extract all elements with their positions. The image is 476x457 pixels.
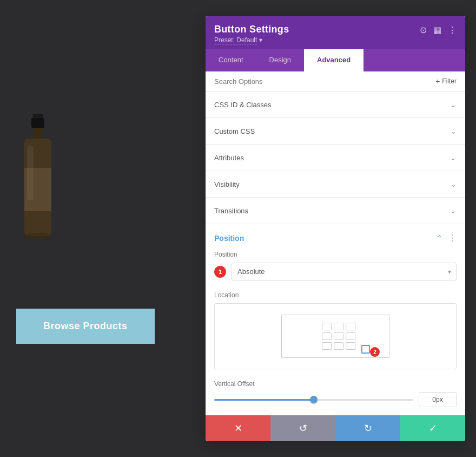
position-field-label: Position (214, 251, 457, 258)
accordion-visibility-header[interactable]: Visibility ⌄ (206, 171, 465, 197)
loc-cell-mc[interactable] (334, 332, 343, 340)
panel-title-group: Button Settings Preset: Default ▾ (214, 24, 289, 44)
position-section-header[interactable]: Position ⌃ ⋮ (206, 224, 465, 251)
loc-cell-bl[interactable] (322, 342, 332, 350)
accordion-attributes-label: Attributes (214, 154, 244, 162)
tab-content[interactable]: Content (206, 49, 256, 71)
panel-search: + Filter (206, 71, 465, 92)
settings-panel: Button Settings Preset: Default ▾ ⊙ ▦ ⋮ … (206, 16, 465, 441)
position-section-label: Position (214, 234, 244, 243)
filter-plus-icon: + (435, 77, 440, 86)
more-options-icon[interactable]: ⋮ (448, 233, 457, 243)
accordion-custom-css: Custom CSS ⌄ (206, 118, 465, 145)
step-badge-1: 1 (214, 266, 226, 278)
position-select[interactable]: Absolute Default Fixed Relative (232, 263, 457, 280)
panel-preset: Preset: Default ▾ (214, 36, 289, 44)
location-picker[interactable]: 2 (214, 303, 457, 369)
panel-header-icons: ⊙ ▦ ⋮ (420, 25, 457, 35)
accordion-attributes-header[interactable]: Attributes ⌄ (206, 145, 465, 171)
undo-button[interactable]: ↺ (270, 415, 335, 441)
filter-label: Filter (442, 77, 457, 85)
panel-body[interactable]: CSS ID & Classes ⌄ Custom CSS ⌄ Attribut… (206, 92, 465, 415)
svg-rect-2 (34, 128, 42, 139)
step-badge-2: 2 (370, 347, 380, 357)
panel-title: Button Settings (214, 24, 289, 35)
position-header-controls: ⌃ ⋮ (437, 233, 457, 243)
accordion-css-id-header[interactable]: CSS ID & Classes ⌄ (206, 92, 465, 117)
loc-cell-ml[interactable] (322, 332, 332, 340)
chevron-up-icon: ⌃ (437, 234, 442, 242)
save-button[interactable]: ✓ (400, 415, 465, 441)
redo-button[interactable]: ↻ (335, 415, 400, 441)
svg-rect-0 (32, 114, 43, 118)
tab-design[interactable]: Design (256, 49, 304, 71)
vertical-offset-slider-wrapper (214, 394, 413, 405)
loc-cell-mr[interactable] (346, 332, 355, 340)
location-grid: 2 (281, 315, 389, 358)
position-select-wrapper: Absolute Default Fixed Relative ▾ (232, 263, 457, 280)
accordion-custom-css-header[interactable]: Custom CSS ⌄ (206, 118, 465, 144)
vertical-offset-input[interactable] (419, 392, 457, 407)
loc-cell-bc[interactable] (334, 342, 343, 350)
browse-products-button[interactable]: Browse Products (16, 309, 155, 344)
tab-advanced[interactable]: Advanced (304, 49, 363, 71)
vertical-offset-row: Vertical Offset (214, 380, 457, 407)
accordion-css-id-label: CSS ID & Classes (214, 101, 271, 109)
cancel-button[interactable]: ✕ (206, 415, 270, 441)
accordion-custom-css-label: Custom CSS (214, 127, 255, 135)
loc-cell-tc[interactable] (334, 323, 343, 330)
accordion-transitions: Transitions ⌄ (206, 198, 465, 224)
accordion-visibility-label: Visibility (214, 180, 240, 188)
bottle-image (16, 114, 60, 298)
panel-tabs: Content Design Advanced (206, 49, 465, 71)
more-icon[interactable]: ⋮ (448, 25, 457, 35)
location-field-label: Location (214, 291, 457, 299)
loc-cell-tr[interactable] (346, 323, 355, 330)
position-section: Position ⌃ ⋮ Position 1 Absolute Default… (206, 224, 465, 415)
search-input[interactable] (214, 77, 435, 86)
accordion-css-id: CSS ID & Classes ⌄ (206, 92, 465, 118)
svg-point-6 (24, 233, 51, 239)
accordion-transitions-label: Transitions (214, 207, 248, 215)
position-content: Position 1 Absolute Default Fixed Relati… (206, 251, 465, 415)
panel-footer: ✕ ↺ ↻ ✓ (206, 415, 465, 441)
location-active-cell[interactable] (361, 345, 370, 354)
vertical-offset-label: Vertical Offset (214, 380, 457, 388)
loc-cell-tl[interactable] (322, 323, 332, 330)
vertical-offset-controls (214, 392, 457, 407)
filter-button[interactable]: + Filter (435, 77, 457, 86)
accordion-attributes: Attributes ⌄ (206, 145, 465, 171)
svg-rect-1 (31, 118, 44, 128)
accordion-visibility: Visibility ⌄ (206, 171, 465, 198)
position-select-row: 1 Absolute Default Fixed Relative ▾ (214, 263, 457, 280)
chevron-down-icon: ⌄ (450, 153, 457, 162)
settings-icon[interactable]: ⊙ (420, 25, 427, 35)
bottle-area: Browse Products (16, 114, 155, 344)
panel-header: Button Settings Preset: Default ▾ ⊙ ▦ ⋮ (206, 16, 465, 49)
chevron-down-icon: ⌄ (450, 206, 457, 215)
chevron-down-icon: ⌄ (450, 100, 457, 109)
layout-icon[interactable]: ▦ (433, 25, 441, 35)
chevron-down-icon: ⌄ (450, 180, 457, 188)
chevron-down-icon: ⌄ (450, 127, 457, 135)
svg-rect-5 (24, 168, 51, 211)
loc-cell-br[interactable] (346, 342, 355, 350)
vertical-offset-slider[interactable] (214, 399, 413, 401)
accordion-transitions-header[interactable]: Transitions ⌄ (206, 198, 465, 224)
location-inner-grid (322, 323, 355, 350)
